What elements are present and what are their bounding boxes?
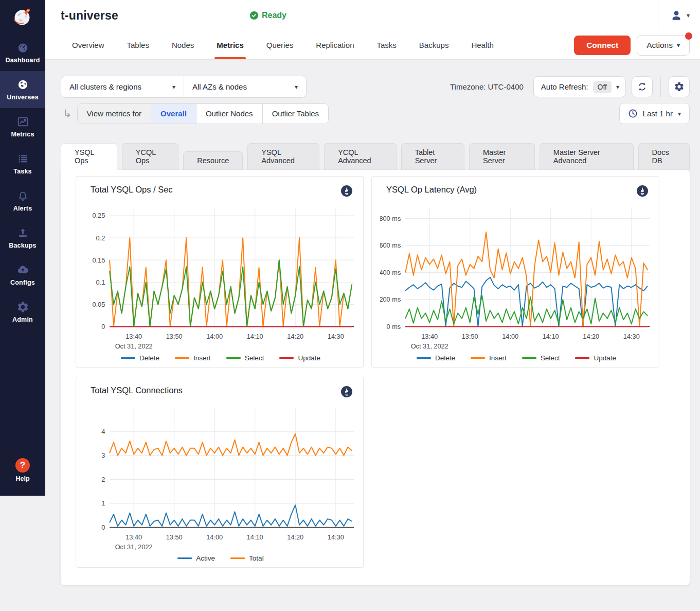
azs-nodes-value: All AZs & nodes xyxy=(192,82,247,91)
sidebar-item-label: Tasks xyxy=(13,168,32,175)
sidebar-item-metrics[interactable]: Metrics xyxy=(0,108,45,145)
chevron-down-icon: ▾ xyxy=(678,110,681,117)
universe-title: t-universe xyxy=(61,9,118,23)
user-menu[interactable]: ▾ xyxy=(670,9,693,22)
legend-item-select[interactable]: Select xyxy=(522,354,560,362)
chevron-down-icon: ▾ xyxy=(677,42,680,49)
auto-refresh-dropdown[interactable]: Auto Refresh: Off ▾ xyxy=(533,76,626,97)
sidebar-item-dashboard[interactable]: Dashboard xyxy=(0,34,45,71)
tab-replication[interactable]: Replication xyxy=(304,31,365,59)
time-range-value: Last 1 hr xyxy=(643,109,673,118)
legend-item-active[interactable]: Active xyxy=(177,554,215,562)
sidebar-item-tasks[interactable]: Tasks xyxy=(0,145,45,182)
svg-text:2: 2 xyxy=(101,475,105,483)
refresh-button[interactable] xyxy=(632,76,653,97)
svg-text:0: 0 xyxy=(101,523,105,531)
scope-dropdowns: All clusters & regions ▾ All AZs & nodes… xyxy=(61,76,307,98)
tab-health[interactable]: Health xyxy=(460,31,505,59)
svg-text:13:50: 13:50 xyxy=(166,333,183,340)
svg-text:600 ms: 600 ms xyxy=(380,241,401,249)
metric-tab-docs-db[interactable]: Docs DB xyxy=(638,143,690,170)
legend-item-select[interactable]: Select xyxy=(226,354,264,362)
chart-legend: ActiveTotal xyxy=(84,554,357,562)
svg-text:1: 1 xyxy=(101,499,105,507)
tab-backups[interactable]: Backups xyxy=(408,31,460,59)
prometheus-icon[interactable] xyxy=(340,386,353,400)
metric-tab-resource[interactable]: Resource xyxy=(183,151,243,170)
actions-button[interactable]: Actions ▾ xyxy=(637,35,690,56)
sidebar-item-label: Dashboard xyxy=(5,57,40,64)
svg-text:14:10: 14:10 xyxy=(543,333,559,340)
metric-tab-ysql-advanced[interactable]: YSQL Advanced xyxy=(247,143,319,170)
chart-title: YSQL Op Latency (Avg) xyxy=(386,185,477,195)
chevron-down-icon: ▾ xyxy=(687,12,690,19)
legend-label: Total xyxy=(249,554,264,562)
tab-metrics[interactable]: Metrics xyxy=(205,31,255,59)
sidebar-item-alerts[interactable]: Alerts xyxy=(0,182,45,219)
svg-text:400 ms: 400 ms xyxy=(380,269,401,276)
metric-tab-ycql-ops[interactable]: YCQL Ops xyxy=(122,143,178,170)
help-label: Help xyxy=(0,475,45,482)
sidebar-item-label: Configs xyxy=(10,279,35,286)
metric-tab-master-server[interactable]: Master Server xyxy=(469,143,535,170)
svg-text:14:30: 14:30 xyxy=(328,533,344,541)
chart-plot-area[interactable]: 0 ms200 ms400 ms600 ms800 ms13:40Oct 31,… xyxy=(380,202,653,352)
app-root: Dashboard Universes Metrics Tasks xyxy=(0,0,700,611)
chart-legend: DeleteInsertSelectUpdate xyxy=(380,354,653,362)
view-tab-outlier-nodes[interactable]: Outlier Nodes xyxy=(196,104,262,124)
sidebar-item-universes[interactable]: Universes xyxy=(0,71,45,108)
legend-item-total[interactable]: Total xyxy=(230,554,264,562)
view-tab-overall[interactable]: Overall xyxy=(151,104,196,124)
clusters-regions-dropdown[interactable]: All clusters & regions ▾ xyxy=(61,76,184,97)
svg-text:13:50: 13:50 xyxy=(462,333,478,340)
auto-refresh-label: Auto Refresh: xyxy=(541,82,588,91)
sidebar-item-admin[interactable]: Admin xyxy=(0,293,45,330)
svg-text:800 ms: 800 ms xyxy=(380,215,401,222)
legend-item-update[interactable]: Update xyxy=(279,354,320,362)
chart-plot-area[interactable]: 0123413:40Oct 31, 202213:5014:0014:1014:… xyxy=(84,403,357,553)
svg-text:0: 0 xyxy=(101,323,105,330)
gear-icon xyxy=(674,81,685,92)
legend-label: Select xyxy=(245,354,264,362)
check-circle-icon xyxy=(249,11,259,20)
settings-button[interactable] xyxy=(669,76,690,97)
metric-tab-tablet-server[interactable]: Tablet Server xyxy=(401,143,464,170)
legend-swatch xyxy=(417,357,431,359)
metric-tab-master-server-advanced[interactable]: Master Server Advanced xyxy=(540,143,634,170)
view-tab-outlier-tables[interactable]: Outlier Tables xyxy=(262,104,328,124)
tab-nodes[interactable]: Nodes xyxy=(160,31,205,59)
legend-item-delete[interactable]: Delete xyxy=(121,354,159,362)
sidebar-item-configs[interactable]: Configs xyxy=(0,256,45,293)
universes-globe-icon xyxy=(16,78,29,91)
tab-overview[interactable]: Overview xyxy=(61,31,116,59)
time-range-dropdown[interactable]: Last 1 hr ▾ xyxy=(619,103,690,124)
sidebar-item-help[interactable]: ? Help xyxy=(0,458,45,496)
prometheus-icon[interactable] xyxy=(636,185,649,199)
svg-text:13:50: 13:50 xyxy=(166,533,183,541)
legend-item-delete[interactable]: Delete xyxy=(417,354,455,362)
tab-tasks[interactable]: Tasks xyxy=(366,31,408,59)
sidebar-item-backups[interactable]: Backups xyxy=(0,219,45,256)
metric-tab-ysql-ops[interactable]: YSQL Ops xyxy=(61,143,117,171)
svg-text:13:40: 13:40 xyxy=(421,333,438,340)
prometheus-icon[interactable] xyxy=(340,185,353,199)
metric-tab-ycql-advanced[interactable]: YCQL Advanced xyxy=(324,143,397,170)
alerts-bell-icon xyxy=(16,189,29,202)
connect-button[interactable]: Connect xyxy=(574,36,631,55)
tab-queries[interactable]: Queries xyxy=(255,31,305,59)
tasks-list-icon xyxy=(16,152,29,165)
legend-swatch xyxy=(177,557,192,559)
tab-tables[interactable]: Tables xyxy=(116,31,160,59)
legend-item-insert[interactable]: Insert xyxy=(471,354,507,362)
yugabyte-logo[interactable] xyxy=(0,0,45,34)
sidebar: Dashboard Universes Metrics Tasks xyxy=(0,0,45,496)
legend-item-insert[interactable]: Insert xyxy=(175,354,211,362)
svg-text:4: 4 xyxy=(101,427,105,435)
metrics-chart-icon xyxy=(16,115,29,128)
chart-plot-area[interactable]: 00.050.10.150.20.2513:40Oct 31, 202213:5… xyxy=(84,202,357,352)
legend-item-update[interactable]: Update xyxy=(575,354,616,362)
azs-nodes-dropdown[interactable]: All AZs & nodes ▾ xyxy=(184,76,306,97)
svg-text:0 ms: 0 ms xyxy=(387,323,401,330)
view-metrics-label: View metrics for xyxy=(78,104,151,124)
legend-swatch xyxy=(575,357,589,359)
